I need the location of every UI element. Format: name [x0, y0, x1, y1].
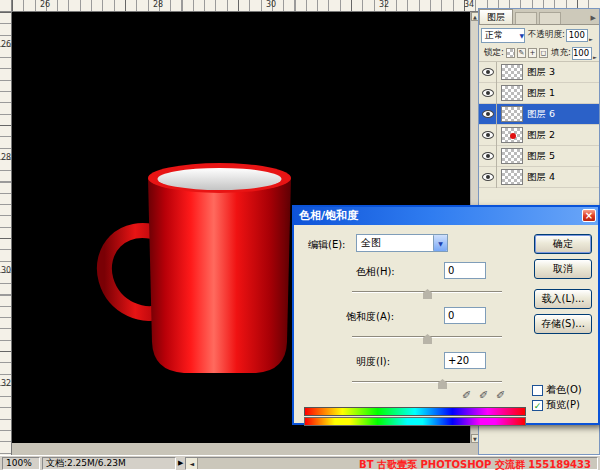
hue-slider[interactable]: [352, 287, 502, 299]
layer-thumbnail[interactable]: [501, 64, 523, 80]
layer-row[interactable]: 图层 5: [479, 146, 599, 167]
lightness-slider[interactable]: [352, 377, 502, 389]
lock-label: 锁定:: [484, 47, 504, 59]
layer-name[interactable]: 图层 6: [527, 108, 555, 121]
lightness-label: 明度(I):: [356, 355, 390, 369]
layer-name[interactable]: 图层 3: [527, 66, 555, 79]
layer-row[interactable]: 图层 3: [479, 62, 599, 83]
ok-button[interactable]: 确定: [534, 234, 592, 254]
lock-transparency-icon[interactable]: [506, 48, 515, 58]
visibility-toggle[interactable]: [479, 62, 497, 83]
dialog-body: 编辑(E): 全图 色相(H): 饱和度(A): 明度(I):: [294, 225, 598, 425]
document-size-info: 文档:2.25M/6.23M: [42, 457, 176, 470]
ruler-number: 32: [1, 379, 11, 388]
checkbox-icon: [532, 385, 543, 396]
ruler-number: 34: [464, 0, 474, 9]
layer-name[interactable]: 图层 4: [527, 171, 555, 184]
dialog-title: 色相/饱和度: [299, 209, 358, 222]
visibility-toggle[interactable]: [479, 125, 497, 146]
eye-icon: [482, 68, 494, 76]
layer-name[interactable]: 图层 5: [527, 150, 555, 163]
fill-slider-icon[interactable]: [592, 45, 597, 62]
opacity-value[interactable]: 100: [566, 29, 588, 42]
hue-gradient-bar-top: [304, 407, 526, 416]
close-icon[interactable]: ×: [582, 209, 596, 222]
photoshop-window: 26 28 30 32 34 26 28 30 32: [0, 0, 600, 470]
hue-gradient-bar-bottom: [304, 417, 526, 426]
ruler-number: 28: [153, 0, 163, 9]
visibility-toggle[interactable]: [479, 146, 497, 167]
visibility-toggle[interactable]: [479, 167, 497, 188]
lock-image-icon[interactable]: ✎: [517, 48, 526, 58]
blend-mode-row: 正常 不透明度: 100: [479, 25, 599, 45]
lock-all-icon[interactable]: ◻: [539, 48, 548, 58]
blend-mode-select[interactable]: 正常: [481, 28, 525, 43]
tab-stub[interactable]: [515, 12, 537, 24]
saturation-slider[interactable]: [352, 332, 502, 344]
layer-row-selected[interactable]: 图层 6: [479, 104, 599, 125]
ruler-number: 26: [40, 0, 50, 9]
preview-checkbox[interactable]: 预览(P): [532, 398, 580, 412]
tab-stub[interactable]: [539, 12, 561, 24]
save-button[interactable]: 存储(S)...: [534, 314, 592, 334]
status-menu-icon[interactable]: ▶: [178, 459, 183, 467]
chevron-down-icon: [433, 235, 447, 251]
colorize-checkbox[interactable]: 着色(O): [532, 383, 582, 397]
layer-list: 图层 3 图层 1 图层 6 图层 2 图层 5: [479, 62, 599, 188]
saturation-input[interactable]: [444, 307, 486, 324]
eyedropper-group: [462, 389, 509, 402]
opacity-slider-icon[interactable]: [588, 26, 593, 45]
panel-menu-icon[interactable]: ▶: [591, 14, 599, 24]
eye-icon: [482, 110, 494, 118]
opacity-label: 不透明度:: [528, 29, 565, 41]
cancel-button[interactable]: 取消: [534, 259, 592, 279]
hue-input[interactable]: [444, 262, 486, 279]
horizontal-scrollbar[interactable]: ◄ BT 古歌壹泵 PHOTOSHOP 交流群 155189433: [185, 457, 598, 470]
preview-label: 预览(P): [546, 398, 580, 412]
layer-thumbnail[interactable]: [501, 169, 523, 185]
lock-row: 锁定: ✎ + ◻ 填充: 100: [479, 45, 599, 62]
eyedropper-plus-icon[interactable]: [479, 389, 492, 402]
chevron-down-icon: [519, 30, 524, 40]
visibility-toggle[interactable]: [479, 104, 497, 125]
status-bar: 100% 文档:2.25M/6.23M ▶ ◄ BT 古歌壹泵 PHOTOSHO…: [0, 455, 600, 470]
layer-thumbnail[interactable]: [501, 148, 523, 164]
layer-thumbnail[interactable]: [501, 85, 523, 101]
layers-panel-tabs: 图层 ▶: [479, 9, 599, 25]
edit-select-value: 全图: [361, 236, 381, 250]
layer-row[interactable]: 图层 1: [479, 83, 599, 104]
edit-label: 编辑(E):: [308, 238, 346, 252]
visibility-toggle[interactable]: [479, 83, 497, 104]
layer-name[interactable]: 图层 2: [527, 129, 555, 142]
saturation-label: 饱和度(A):: [346, 310, 394, 324]
zoom-level-field[interactable]: 100%: [2, 457, 40, 470]
lock-position-icon[interactable]: +: [528, 48, 537, 58]
hue-label: 色相(H):: [356, 265, 395, 279]
layer-name[interactable]: 图层 1: [527, 87, 555, 100]
scroll-left-icon[interactable]: ◄: [186, 458, 198, 469]
blend-mode-value: 正常: [485, 29, 503, 42]
layer-row[interactable]: 图层 2: [479, 125, 599, 146]
colorize-label: 着色(O): [546, 383, 582, 397]
tab-layers[interactable]: 图层: [479, 9, 513, 24]
dialog-titlebar[interactable]: 色相/饱和度 ×: [294, 207, 598, 225]
eyedropper-icon[interactable]: [462, 389, 475, 402]
load-button[interactable]: 载入(L)...: [534, 289, 592, 309]
hue-saturation-dialog: 色相/饱和度 × 编辑(E): 全图 色相(H): 饱和度(A): 明度(I):: [292, 205, 600, 425]
lightness-input[interactable]: [444, 352, 486, 369]
fill-label: 填充:: [551, 47, 571, 59]
watermark-text: BT 古歌壹泵 PHOTOSHOP 交流群 155189433: [359, 458, 591, 470]
layer-row[interactable]: 图层 4: [479, 167, 599, 188]
vertical-ruler: 26 28 30 32: [0, 12, 12, 455]
ruler-number: 30: [1, 266, 11, 275]
layer-thumbnail[interactable]: [501, 106, 523, 122]
fill-value[interactable]: 100: [572, 47, 592, 60]
layer-content-dot: [510, 133, 516, 139]
checkbox-checked-icon: [532, 400, 543, 411]
slider-track: [352, 381, 502, 383]
edit-select[interactable]: 全图: [356, 234, 448, 252]
ruler-corner: [0, 0, 12, 12]
eyedropper-minus-icon[interactable]: [496, 389, 509, 402]
ruler-number: 32: [379, 0, 389, 9]
layer-thumbnail[interactable]: [501, 127, 523, 143]
